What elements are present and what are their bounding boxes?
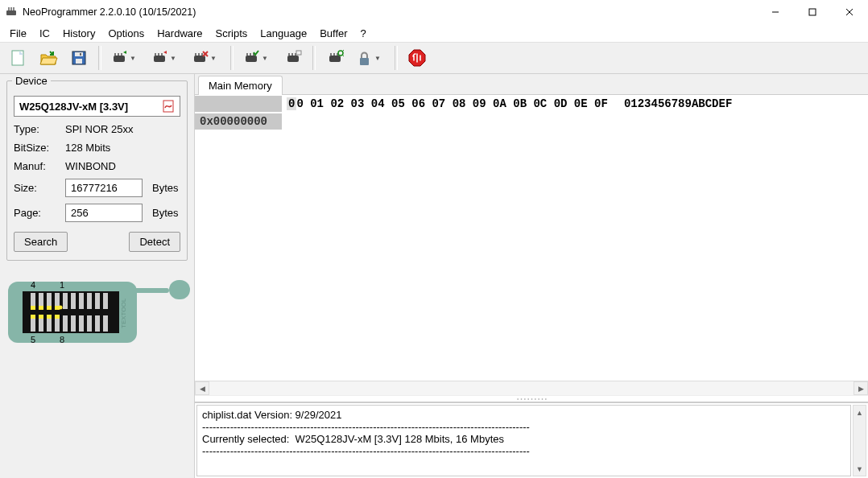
menu-bar: File IC History Options Hardware Scripts… bbox=[0, 24, 868, 42]
hex-editor[interactable]: 00 01 02 03 04 05 06 07 08 09 0A 0B 0C 0… bbox=[195, 95, 868, 402]
menu-scripts[interactable]: Scripts bbox=[209, 26, 254, 41]
svg-rect-5 bbox=[809, 9, 816, 15]
svg-rect-75 bbox=[47, 315, 52, 319]
svg-rect-28 bbox=[246, 56, 257, 62]
svg-rect-13 bbox=[80, 53, 81, 56]
svg-rect-65 bbox=[79, 315, 84, 332]
menu-ic[interactable]: IC bbox=[33, 26, 56, 41]
menu-buffer[interactable]: Buffer bbox=[313, 26, 353, 41]
socket-pin-tl: 4 bbox=[31, 280, 35, 290]
toolbar-separator bbox=[230, 46, 234, 70]
chevron-down-icon: ▼ bbox=[374, 55, 381, 62]
chevron-down-icon: ▼ bbox=[130, 55, 136, 62]
svg-rect-11 bbox=[75, 52, 83, 56]
close-button[interactable] bbox=[831, 0, 868, 24]
manuf-value: WINBOND bbox=[65, 160, 116, 172]
detect-button[interactable]: Detect bbox=[129, 232, 180, 252]
menu-history[interactable]: History bbox=[56, 26, 101, 41]
hex-row[interactable]: 0x00000000 bbox=[195, 113, 868, 130]
device-name-text: W25Q128JV-xM [3.3V] bbox=[19, 101, 128, 113]
svg-rect-56 bbox=[87, 293, 92, 309]
toolbar-new-file[interactable] bbox=[3, 44, 32, 72]
toolbar-save-file[interactable] bbox=[64, 44, 93, 72]
toolbar-stop[interactable] bbox=[403, 44, 432, 72]
scroll-down-icon[interactable]: ▼ bbox=[854, 462, 866, 476]
svg-rect-58 bbox=[103, 293, 108, 309]
page-input[interactable] bbox=[65, 204, 143, 222]
menu-language[interactable]: Language bbox=[254, 26, 313, 41]
toolbar-chip-erase[interactable]: ▼ bbox=[187, 44, 225, 72]
maximize-button[interactable] bbox=[794, 0, 831, 24]
log-vscrollbar[interactable]: ▲ ▼ bbox=[853, 405, 866, 476]
sidebar: Device W25Q128JV-xM [3.3V] Type: SPI NOR… bbox=[0, 74, 195, 478]
toolbar-protection[interactable]: ▼ bbox=[351, 44, 390, 72]
size-unit: Bytes bbox=[152, 182, 179, 194]
splitter-grip-icon[interactable]: ⋯⋯⋯ bbox=[195, 395, 868, 402]
menu-file[interactable]: File bbox=[3, 26, 33, 41]
svg-rect-33 bbox=[288, 53, 290, 56]
scroll-right-icon[interactable]: ▶ bbox=[854, 381, 868, 395]
svg-rect-63 bbox=[63, 315, 68, 332]
tab-main-memory[interactable]: Main Memory bbox=[198, 76, 283, 95]
title-bar: NeoProgrammer 2.2.0.10 (10/15/2021) bbox=[0, 0, 868, 24]
svg-rect-8 bbox=[12, 51, 23, 65]
toolbar-chip-autoprogram[interactable] bbox=[320, 44, 349, 72]
svg-rect-67 bbox=[95, 315, 100, 332]
log-text[interactable]: chiplist.dat Version: 9/29/2021 --------… bbox=[196, 405, 851, 476]
chevron-down-icon: ▼ bbox=[210, 55, 217, 62]
device-group: Device W25Q128JV-xM [3.3V] Type: SPI NOR… bbox=[6, 80, 188, 261]
svg-rect-76 bbox=[55, 315, 60, 319]
hex-rows[interactable]: 0x00000000 bbox=[195, 113, 868, 381]
svg-rect-18 bbox=[154, 56, 165, 62]
search-button[interactable]: Search bbox=[14, 232, 68, 252]
svg-rect-38 bbox=[330, 53, 332, 56]
right-pane: Main Memory 00 01 02 03 04 05 06 07 08 0… bbox=[195, 74, 868, 478]
pdf-icon[interactable] bbox=[162, 100, 175, 113]
scroll-left-icon[interactable]: ◀ bbox=[195, 381, 209, 395]
toolbar-chip-blankcheck[interactable] bbox=[279, 44, 308, 72]
device-name-field[interactable]: W25Q128JV-xM [3.3V] bbox=[14, 96, 180, 117]
svg-rect-71 bbox=[47, 306, 52, 310]
toolbar-separator bbox=[98, 46, 101, 70]
svg-rect-2 bbox=[10, 7, 12, 10]
hex-header-ascii: 0123456789ABCDEF bbox=[624, 97, 732, 110]
chevron-down-icon: ▼ bbox=[170, 55, 176, 62]
svg-rect-17 bbox=[121, 53, 122, 56]
svg-point-77 bbox=[59, 306, 63, 310]
svg-rect-39 bbox=[333, 53, 335, 56]
svg-rect-12 bbox=[76, 59, 82, 64]
toolbar: ▼ ▼ ▼ ▼ ▼ bbox=[0, 42, 868, 74]
svg-rect-66 bbox=[87, 315, 92, 332]
svg-rect-69 bbox=[31, 306, 35, 310]
toolbar-chip-read[interactable]: ▼ bbox=[106, 44, 145, 72]
scroll-up-icon[interactable]: ▲ bbox=[854, 406, 866, 419]
hex-hscrollbar[interactable]: ◀ ▶ bbox=[195, 381, 868, 395]
menu-options[interactable]: Options bbox=[101, 26, 151, 41]
svg-rect-15 bbox=[114, 53, 116, 56]
scroll-track[interactable] bbox=[209, 381, 854, 395]
toolbar-open-file[interactable] bbox=[34, 44, 63, 72]
page-unit: Bytes bbox=[152, 207, 179, 219]
window-title: NeoProgrammer 2.2.0.10 (10/15/2021) bbox=[23, 6, 757, 18]
svg-rect-0 bbox=[6, 10, 16, 15]
svg-rect-55 bbox=[79, 293, 84, 309]
svg-rect-74 bbox=[39, 315, 43, 319]
minimize-button[interactable] bbox=[757, 0, 794, 24]
svg-rect-24 bbox=[198, 53, 200, 56]
menu-help[interactable]: ? bbox=[354, 26, 373, 41]
svg-rect-37 bbox=[329, 56, 341, 62]
socket-side-text: TEXTOOL bbox=[120, 298, 127, 328]
chevron-down-icon: ▼ bbox=[262, 55, 268, 62]
menu-hardware[interactable]: Hardware bbox=[151, 26, 209, 41]
svg-rect-36 bbox=[296, 51, 301, 55]
svg-rect-68 bbox=[103, 315, 108, 332]
svg-rect-57 bbox=[95, 293, 100, 309]
device-group-legend: Device bbox=[12, 75, 51, 87]
toolbar-chip-write[interactable]: ▼ bbox=[147, 44, 185, 72]
toolbar-chip-verify[interactable]: ▼ bbox=[238, 44, 277, 72]
app-icon bbox=[5, 6, 18, 19]
hex-header-cols: 00 01 02 03 04 05 06 07 08 09 0A 0B 0C 0… bbox=[282, 97, 608, 110]
size-input[interactable] bbox=[65, 179, 143, 197]
type-label: Type: bbox=[14, 123, 60, 135]
page-label: Page: bbox=[14, 207, 60, 219]
